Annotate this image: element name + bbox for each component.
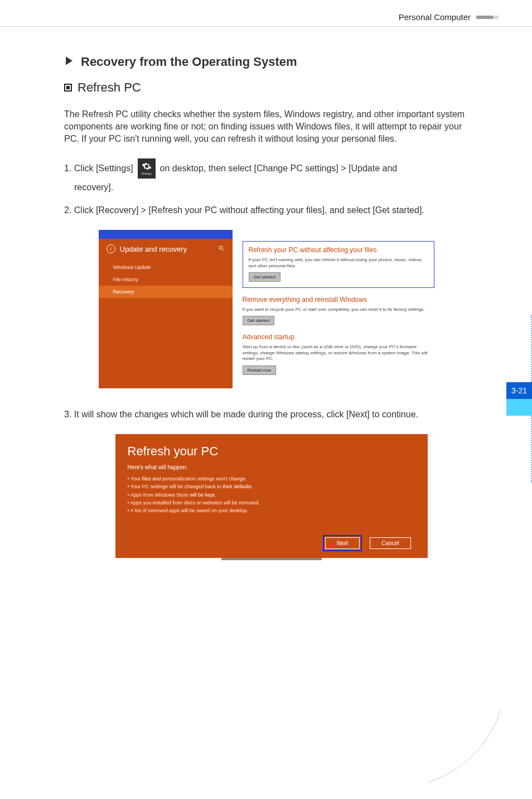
shot1-highlight-bar (99, 230, 233, 239)
refresh-get-started-button[interactable]: Get started (249, 272, 281, 282)
shot1-sidebar-title: Update and recovery (120, 245, 187, 253)
header-accent-dark (476, 16, 493, 19)
header-title: Personal Computer (399, 12, 471, 22)
shot1-sidebar: Update and recovery Windows Update File … (99, 230, 233, 388)
nav-recovery[interactable]: Recovery (99, 286, 233, 298)
shot2-item-0: Your files and personalization settings … (128, 475, 415, 483)
svg-point-0 (219, 246, 223, 249)
back-arrow-icon[interactable] (107, 244, 115, 253)
next-button[interactable]: Next (325, 537, 360, 549)
shot2-item-2: Apps from Windows Store will be kept. (128, 491, 415, 499)
remove-heading: Remove everything and reinstall Windows (243, 296, 434, 304)
section-heading-text: Recovery from the Operating System (81, 55, 297, 69)
header-accent-light (493, 16, 499, 19)
corner-curve-decoration (389, 671, 501, 782)
remove-section: Remove everything and reinstall Windows … (243, 296, 434, 325)
svg-line-1 (222, 249, 224, 251)
advanced-section: Advanced startup Start up from a device … (243, 333, 434, 374)
remove-get-started-button[interactable]: Get started (243, 316, 275, 325)
chevron-icon (64, 55, 74, 69)
subsection-heading: Refresh PC (64, 80, 478, 95)
square-bullet-icon (64, 84, 72, 92)
shot2-item-1: Your PC settings will be changed back to… (128, 483, 415, 490)
shot2-bottom-bar (221, 558, 322, 560)
shot1-main: Refresh your PC without affecting your f… (233, 230, 444, 388)
settings-charm-label: Settings (142, 172, 152, 176)
step1-text-b: on desktop, then select [Change PC setti… (160, 162, 398, 175)
shot2-item-4: A list of removed apps will be saved on … (128, 507, 415, 514)
step1-text-a: 1. Click [Settings] (64, 162, 133, 175)
refresh-pc-box: Refresh your PC without affecting your f… (243, 241, 434, 288)
shot2-title: Refresh your PC (128, 444, 415, 459)
step-1: 1. Click [Settings] Settings on desktop,… (64, 158, 478, 194)
subsection-title: Refresh PC (78, 80, 141, 95)
nav-windows-update[interactable]: Windows Update (99, 261, 233, 273)
step-3: 3. It will show the changes which will b… (64, 408, 478, 421)
advanced-body: Start up from a device or disc (such as … (243, 344, 434, 362)
shot2-item-3: Apps you installed from discs or website… (128, 499, 415, 507)
nav-file-history[interactable]: File History (99, 273, 233, 286)
step-2: 2. Click [Recovery] > [Refresh your PC w… (64, 204, 478, 216)
step1-text-c: recovery]. (64, 181, 478, 194)
search-icon[interactable] (218, 245, 225, 253)
refresh-heading: Refresh your PC without affecting your f… (249, 246, 428, 254)
cancel-button[interactable]: Cancel (370, 537, 410, 549)
settings-charm-icon: Settings (138, 158, 156, 179)
screenshot-update-recovery: Update and recovery Windows Update File … (99, 230, 444, 388)
section-heading: Recovery from the Operating System (64, 55, 478, 69)
refresh-body: If your PC isn't running well, you can r… (249, 257, 428, 269)
shot2-subtitle: Here's what will happen: (128, 464, 415, 470)
page-header: Personal Computer (0, 0, 532, 26)
advanced-heading: Advanced startup (243, 333, 434, 341)
remove-body: If you want to recycle your PC or start … (243, 307, 434, 312)
shot2-list: Your files and personalization settings … (128, 475, 415, 515)
intro-paragraph: The Refresh PC utility checks whether th… (64, 108, 478, 145)
screenshot-refresh-dialog: Refresh your PC Here's what will happen:… (115, 434, 428, 558)
restart-now-button[interactable]: Restart now (243, 365, 277, 375)
